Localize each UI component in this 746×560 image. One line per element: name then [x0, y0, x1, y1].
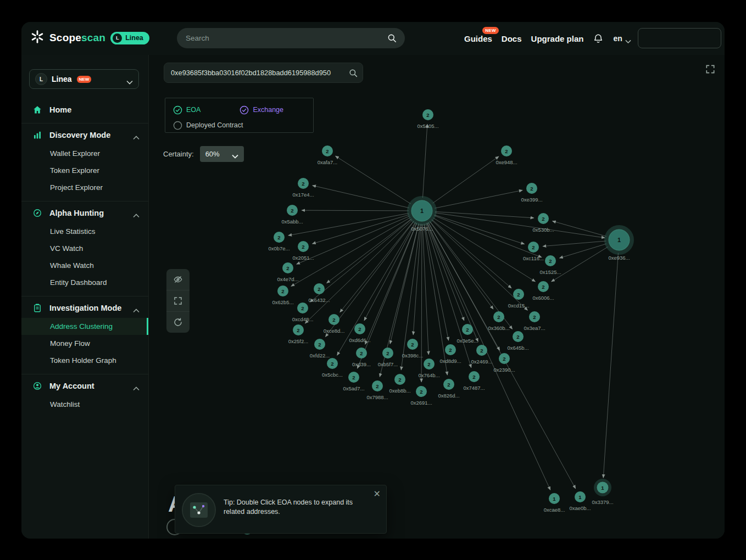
- wallet-connect-button[interactable]: [638, 28, 721, 48]
- graph-node-0x826d[interactable]: 20x826d...: [438, 379, 459, 399]
- sidebar-item-address-clustering[interactable]: Address Clustering: [21, 318, 148, 335]
- chain-selector[interactable]: L Linea NEW: [29, 69, 139, 89]
- graph-node-0xfd22[interactable]: 20xfd22...: [310, 339, 330, 359]
- close-icon[interactable]: ✕: [374, 490, 381, 499]
- sidebar-item-live-statistics[interactable]: Live Statistics: [21, 223, 148, 240]
- svg-text:0x5ad7...: 0x5ad7...: [343, 385, 364, 391]
- search-icon[interactable]: [348, 68, 358, 78]
- graph-node-0x398c[interactable]: 20x398c...: [402, 339, 424, 359]
- graph-node-0xae0b[interactable]: 10xae0b...: [569, 491, 591, 511]
- certainty-control: Certainty: 60%: [163, 146, 244, 162]
- sidebar-item-whale-watch[interactable]: Whale Watch: [21, 257, 148, 274]
- svg-text:2: 2: [332, 317, 335, 323]
- sidebar-section-discovery-mode[interactable]: Discovery Mode: [21, 125, 148, 145]
- sidebar-section-my-account[interactable]: My Account: [21, 376, 148, 396]
- fullscreen-icon[interactable]: [705, 64, 716, 75]
- graph-node-0x5a05[interactable]: 20x5a05...: [417, 109, 438, 129]
- graph-edge: [422, 224, 428, 355]
- graph-node-0x3379[interactable]: 10x3379...: [592, 479, 613, 505]
- graph-node-0xd6d6[interactable]: 20xd6d6...: [349, 323, 370, 343]
- svg-text:2: 2: [449, 347, 452, 353]
- sidebar-item-token-holder-graph[interactable]: Token Holder Graph: [21, 352, 148, 369]
- svg-text:0xd39...: 0xd39...: [352, 361, 371, 367]
- graph-node-0x530b[interactable]: 20x530b...: [532, 213, 554, 233]
- graph-node-0xeb8b[interactable]: 20xeb8b...: [389, 374, 410, 394]
- language-selector[interactable]: en: [613, 34, 631, 43]
- graph-node-0x5076[interactable]: 10x5076...: [407, 196, 437, 232]
- graph-node-0x2051[interactable]: 20x2051...: [292, 241, 314, 261]
- clipboard-icon: [32, 303, 42, 313]
- unchecked-circle-icon: [173, 121, 182, 130]
- graph-node-0x7988[interactable]: 20x7988...: [366, 380, 388, 400]
- chevron-down-icon: [126, 77, 133, 81]
- svg-text:2: 2: [286, 265, 289, 271]
- tip-text: Tip: Double Click EOA nodes to expand it…: [224, 498, 363, 517]
- sidebar-item-project-explorer[interactable]: Project Explorer: [21, 179, 148, 196]
- graph-node-0x2469[interactable]: 20x2469...: [471, 345, 492, 365]
- graph-node-0x4e7d[interactable]: 20x4e7d...: [277, 262, 298, 282]
- graph-node-0x62b5[interactable]: 20x62b5...: [272, 285, 293, 305]
- fit-view-button[interactable]: [166, 290, 190, 311]
- scopescan-logo-icon: [30, 30, 44, 46]
- svg-text:0xcd15...: 0xcd15...: [508, 303, 530, 309]
- graph-node-0x645b[interactable]: 20x645b...: [507, 331, 528, 351]
- svg-text:2: 2: [420, 389, 422, 395]
- graph-node-0xb5f7[interactable]: 20xb5f7...: [378, 348, 398, 367]
- graph-node-0x25f2[interactable]: 20x25f2...: [288, 324, 308, 344]
- graph-node-0x2390[interactable]: 20x2390...: [493, 353, 515, 373]
- svg-text:0x6432...: 0x6432...: [308, 297, 330, 303]
- chevron-up-icon: [133, 133, 140, 137]
- graph-edge: [427, 223, 464, 321]
- sidebar-item-watchlist[interactable]: Watchlist: [21, 396, 148, 413]
- sidebar-item-wallet-explorer[interactable]: Wallet Explorer: [21, 145, 148, 162]
- graph-node-0x2691[interactable]: 20x2691...: [410, 386, 432, 406]
- graph-node-0xe948[interactable]: 20xe948...: [496, 145, 517, 165]
- graph-node-0xe399[interactable]: 20xe399...: [521, 183, 542, 203]
- graph-node-0xd39[interactable]: 20xd39...: [352, 348, 371, 367]
- nav-guides[interactable]: Guides NEW: [464, 34, 492, 43]
- legend-eoa[interactable]: EOA: [173, 105, 201, 115]
- svg-text:2: 2: [297, 327, 299, 333]
- legend-deployed-contract[interactable]: Deployed Contract: [173, 121, 243, 130]
- graph-node-0x6006[interactable]: 20x6006...: [532, 281, 554, 301]
- certainty-select[interactable]: 60%: [200, 146, 244, 162]
- sidebar-item-token-explorer[interactable]: Token Explorer: [21, 162, 148, 179]
- graph-node-0x17e4[interactable]: 20x17e4...: [292, 178, 314, 198]
- graph-node-0x5cbc[interactable]: 20x5cbc...: [322, 358, 343, 378]
- graph-node-0x5abb[interactable]: 20x5abb...: [281, 205, 303, 225]
- address-search-bar[interactable]: [164, 63, 363, 83]
- tip-tooltip: Tip: Double Click EOA nodes to expand it…: [175, 485, 387, 534]
- legend-exchange[interactable]: Exchange: [240, 105, 283, 115]
- svg-text:0x17e4...: 0x17e4...: [292, 192, 314, 198]
- graph-node-0xcae8[interactable]: 10xcae8...: [544, 493, 565, 513]
- brand[interactable]: Scopescan L Linea: [30, 30, 149, 46]
- sidebar-item-home[interactable]: Home: [21, 100, 148, 121]
- svg-text:2: 2: [497, 314, 500, 320]
- graph-node-0x5ad7[interactable]: 20x5ad7...: [343, 372, 364, 391]
- graph-node-0xcd48[interactable]: 20xcd48...: [292, 303, 314, 322]
- notifications-bell-icon[interactable]: [593, 33, 604, 44]
- sidebar-item-vc-watch[interactable]: VC Watch: [21, 240, 148, 257]
- hide-labels-button[interactable]: [166, 269, 190, 290]
- global-search-input[interactable]: [185, 33, 387, 43]
- nav-upgrade-plan[interactable]: Upgrade plan: [531, 34, 584, 43]
- graph-node-0x0b7e[interactable]: 20x0b7e...: [268, 232, 290, 251]
- graph-node-0x3ea7[interactable]: 20x3ea7...: [524, 311, 545, 331]
- global-search[interactable]: [177, 28, 405, 48]
- graph-node-0x7487[interactable]: 20x7487...: [463, 371, 485, 391]
- graph-node-0x6432[interactable]: 20x6432...: [308, 283, 330, 303]
- graph-node-0xcd15[interactable]: 20xcd15...: [508, 289, 530, 309]
- graph-node-0xe936[interactable]: 10xe936...: [604, 225, 634, 261]
- graph-node-0xafa7[interactable]: 20xafa7...: [318, 145, 337, 165]
- address-input[interactable]: [170, 68, 346, 77]
- sidebar-item-entity-dashboard[interactable]: Entity Dashboard: [21, 274, 148, 291]
- graph-node-0xce8d[interactable]: 20xce8d...: [324, 314, 345, 334]
- svg-text:0xcd48...: 0xcd48...: [292, 316, 314, 322]
- chart-icon: [32, 130, 42, 140]
- sidebar-item-money-flow[interactable]: Money Flow: [21, 335, 148, 352]
- sidebar-section-alpha-hunting[interactable]: Alpha Hunting: [21, 203, 148, 223]
- nav-docs[interactable]: Docs: [502, 34, 522, 43]
- refresh-button[interactable]: [166, 311, 190, 333]
- graph-edge: [435, 190, 523, 208]
- sidebar-section-investigation-mode[interactable]: Investigation Mode: [21, 298, 148, 318]
